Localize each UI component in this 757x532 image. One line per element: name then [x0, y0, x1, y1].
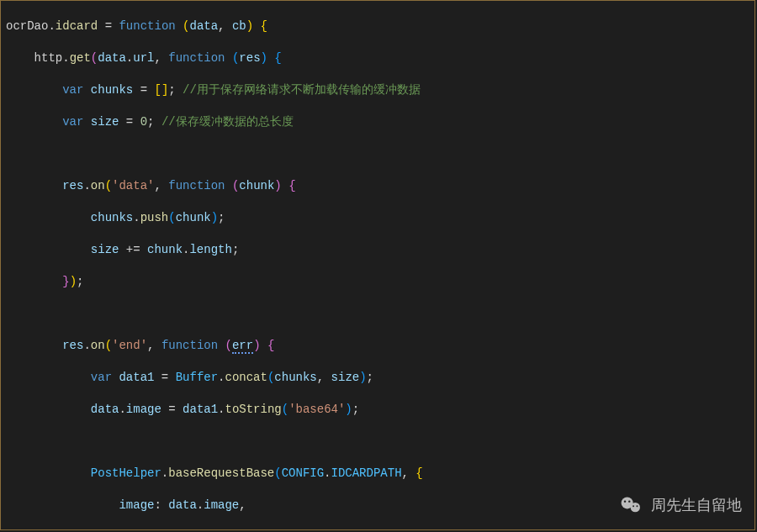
code-line: http.get(data.url, function (res) { — [6, 50, 749, 66]
code-line: data.image = data1.toString('base64'); — [6, 402, 749, 418]
code-line: var size = 0; //保存缓冲数据的总长度 — [6, 114, 749, 130]
code-line: res.on('end', function (err) { — [6, 338, 749, 354]
code-line: }); — [6, 274, 749, 290]
code-line: size += chunk.length; — [6, 242, 749, 258]
code-editor[interactable]: ocrDao.idcard = function (data, cb) { ht… — [0, 0, 755, 530]
code-line: image: data.image, — [6, 498, 749, 514]
code-line — [6, 306, 749, 322]
code-line: PostHelper.baseRequestBase(CONFIG.IDCARD… — [6, 466, 749, 482]
code-line: chunks.push(chunk); — [6, 210, 749, 226]
code-line: id_card_side: 'front' — [6, 529, 749, 530]
code-line: var data1 = Buffer.concat(chunks, size); — [6, 370, 749, 386]
code-line: var chunks = []; //用于保存网络请求不断加载传输的缓冲数据 — [6, 82, 749, 98]
code-line — [6, 146, 749, 162]
lint-underline: err — [232, 339, 253, 354]
code-line — [6, 434, 749, 450]
code-line: ocrDao.idcard = function (data, cb) { — [6, 18, 749, 34]
code-line: res.on('data', function (chunk) { — [6, 178, 749, 194]
